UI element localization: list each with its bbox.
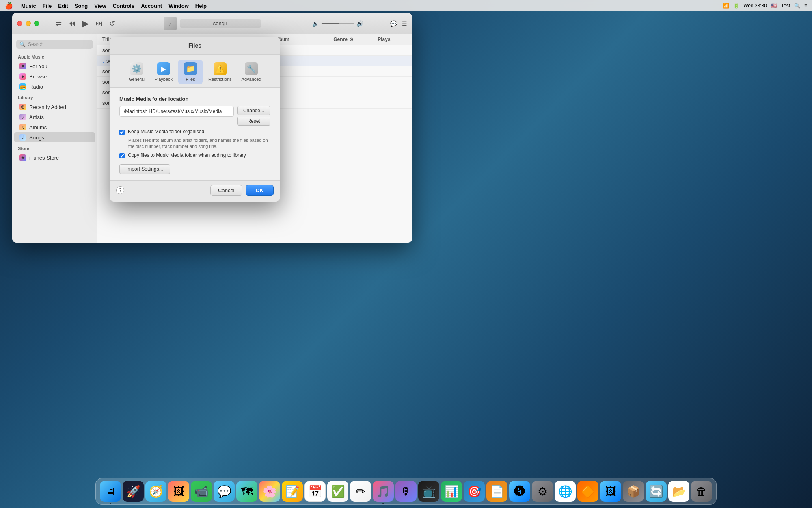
cancel-button[interactable]: Cancel <box>210 185 242 196</box>
path-text-area: /Macintosh HD/Users/test/Music/Music/Med… <box>119 106 234 118</box>
path-area: /Macintosh HD/Users/test/Music/Music/Med… <box>119 106 270 126</box>
playback-tab-icon: ▶ <box>157 62 170 75</box>
tab-files[interactable]: 📁 Files <box>178 60 203 84</box>
footer-actions: Cancel OK <box>210 185 274 196</box>
folder-path-display: /Macintosh HD/Users/test/Music/Music/Med… <box>119 106 234 117</box>
files-tab-icon: 📁 <box>184 62 197 75</box>
general-tab-label: General <box>129 77 145 82</box>
copy-files-label: Copy files to Music Media folder when ad… <box>128 152 246 158</box>
keep-organised-sublabel: Places files into album and artist folde… <box>128 137 270 150</box>
keep-organised-row: Keep Music Media folder organised <box>119 129 270 135</box>
preferences-dialog: Files ⚙️ General ▶ Playback 📁 Files ⚠️ R… <box>110 37 280 202</box>
copy-files-checkbox[interactable] <box>119 153 125 158</box>
general-tab-icon: ⚙️ <box>130 62 143 75</box>
reset-button[interactable]: Reset <box>237 117 270 126</box>
change-button[interactable]: Change... <box>237 106 270 115</box>
help-button[interactable]: ? <box>116 186 124 194</box>
advanced-tab-label: Advanced <box>242 77 261 82</box>
dialog-tabs: ⚙️ General ▶ Playback 📁 Files ⚠️ Restric… <box>110 55 280 88</box>
restrictions-tab-label: Restrictions <box>208 77 231 82</box>
import-settings-button[interactable]: Import Settings... <box>119 164 170 174</box>
tab-restrictions[interactable]: ⚠️ Restrictions <box>204 60 235 84</box>
tab-general[interactable]: ⚙️ General <box>124 60 149 84</box>
import-settings-area: Import Settings... <box>119 163 270 174</box>
dialog-overlay: Files ⚙️ General ▶ Playback 📁 Files ⚠️ R… <box>0 0 812 508</box>
folder-location-title: Music Media folder location <box>119 96 270 102</box>
keep-organised-checkbox[interactable] <box>119 130 125 135</box>
advanced-tab-icon: 🔧 <box>245 62 258 75</box>
copy-files-row: Copy files to Music Media folder when ad… <box>119 152 270 158</box>
files-tab-label: Files <box>186 77 195 82</box>
tab-playback[interactable]: ▶ Playback <box>150 60 177 84</box>
playback-tab-label: Playback <box>154 77 173 82</box>
dialog-footer: ? Cancel OK <box>110 180 280 202</box>
keep-organised-label: Keep Music Media folder organised <box>128 129 204 135</box>
dialog-body: Music Media folder location /Macintosh H… <box>110 88 280 180</box>
dialog-title: Files <box>110 37 280 55</box>
tab-advanced[interactable]: 🔧 Advanced <box>238 60 266 84</box>
ok-button[interactable]: OK <box>246 185 274 196</box>
restrictions-tab-icon: ⚠️ <box>214 62 227 75</box>
path-buttons: Change... Reset <box>237 106 270 126</box>
